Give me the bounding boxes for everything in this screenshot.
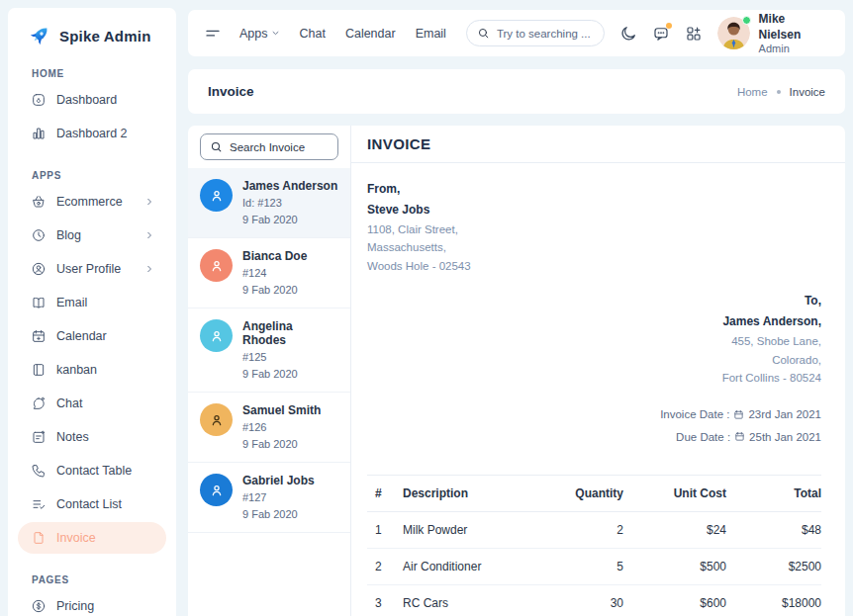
from-address-line: 1108, Clair Street, — [367, 220, 821, 238]
to-address-line: Fort Collins - 80524 — [367, 369, 821, 387]
from-address-line: Massachusetts, — [367, 238, 821, 256]
sidebar-item-chat[interactable]: Chat — [18, 388, 166, 419]
invoice-date: 9 Fab 2020 — [242, 282, 307, 299]
invoice-list-item[interactable]: Gabriel Jobs #127 9 Fab 2020 — [188, 463, 350, 533]
cell-number: 1 — [367, 512, 403, 549]
invoice-list-item[interactable]: Samuel Smith #126 9 Fab 2020 — [188, 393, 350, 463]
invoice-customer-name: Gabriel Jobs — [242, 474, 315, 487]
sidebar-item-invoice[interactable]: Invoice — [18, 522, 166, 554]
invoice-customer-name: Angelina Rhodes — [242, 319, 338, 347]
chevron-down-icon — [271, 29, 280, 38]
sidebar-item-contact-table[interactable]: Contact Table — [18, 455, 166, 486]
book-icon — [31, 295, 47, 310]
nav-link-label: Email — [416, 27, 446, 41]
app-window: Spike Admin HOME Dashboard Dashboard 2 A… — [0, 0, 853, 616]
invoice-list-item[interactable]: James Anderson Id: #123 9 Fab 2020 — [188, 168, 350, 238]
chevron-right-icon — [144, 197, 154, 207]
invoice-list-item[interactable]: Angelina Rhodes #125 9 Fab 2020 — [188, 308, 350, 393]
sidebar: Spike Admin HOME Dashboard Dashboard 2 A… — [8, 8, 176, 616]
sidebar-item-calendar[interactable]: Calendar — [18, 320, 166, 352]
sidebar-section-apps: APPS — [32, 170, 176, 181]
note-icon — [31, 429, 47, 445]
sidebar-item-label: Chat — [56, 396, 82, 410]
invoice-id: #126 — [242, 419, 321, 436]
messages-button[interactable] — [652, 25, 670, 43]
sidebar-item-user-profile[interactable]: User Profile — [18, 253, 166, 285]
to-address-line: 455, Shobe Lane, — [367, 332, 821, 350]
menu-icon[interactable] — [204, 25, 222, 43]
cell-total: $48 — [726, 512, 821, 549]
invoice-list-item[interactable]: Bianca Doe #124 9 Fab 2020 — [188, 238, 350, 308]
search-icon — [477, 27, 490, 40]
invoice-date-value: 23rd Jan 2021 — [748, 403, 821, 425]
sidebar-item-ecommerce[interactable]: Ecommerce — [18, 186, 166, 218]
sidebar-item-label: Email — [56, 296, 87, 309]
sidebar-item-pricing[interactable]: Pricing — [18, 590, 166, 616]
calendar-plus-icon — [31, 328, 47, 344]
invoice-date-label: Invoice Date : — [660, 403, 729, 425]
search-icon — [210, 140, 223, 153]
sidebar-item-kanban[interactable]: kanban — [18, 354, 166, 386]
sidebar-item-label: Dashboard — [56, 93, 117, 107]
sidebar-item-label: Calendar — [56, 329, 107, 343]
sidebar-item-label: Pricing — [56, 599, 94, 613]
cell-quantity: 2 — [513, 512, 623, 549]
avatar — [200, 249, 233, 282]
sidebar-item-blog[interactable]: Blog — [18, 220, 166, 251]
sidebar-item-contact-list[interactable]: Contact List — [18, 488, 166, 520]
invoice-customer-name: James Anderson — [242, 179, 337, 193]
invoice-date: 9 Fab 2020 — [242, 366, 338, 383]
sidebar-item-email[interactable]: Email — [18, 287, 166, 318]
nav-link-apps[interactable]: Apps — [239, 27, 280, 41]
apps-grid-button[interactable] — [685, 25, 703, 43]
cell-quantity: 30 — [513, 585, 623, 616]
nav-link-label: Chat — [300, 27, 326, 41]
user-menu[interactable]: Mike Nielsen Admin — [717, 12, 829, 54]
cell-number: 3 — [367, 585, 403, 616]
invoice-date: 9 Fab 2020 — [242, 436, 321, 453]
to-label: To, — [367, 291, 821, 311]
table-row: 3 RC Cars 30 $600 $18000 — [367, 585, 821, 616]
invoice-list: James Anderson Id: #123 9 Fab 2020 Bianc… — [188, 126, 351, 616]
user-circle-icon — [31, 261, 47, 277]
user-icon — [209, 258, 225, 274]
breadcrumb-separator-dot — [777, 90, 781, 94]
brand-logo[interactable]: Spike Admin — [8, 8, 176, 47]
sidebar-item-dashboard-2[interactable]: Dashboard 2 — [18, 118, 166, 149]
cell-total: $2500 — [726, 549, 821, 585]
from-label: From, — [367, 179, 821, 200]
cell-unit-cost: $24 — [623, 512, 726, 549]
nav-link-calendar[interactable]: Calendar — [345, 27, 396, 41]
user-icon — [209, 328, 225, 344]
sidebar-item-label: Notes — [56, 430, 89, 444]
cell-number: 2 — [367, 549, 403, 585]
top-header: Apps Chat Calendar Email — [188, 10, 845, 56]
cell-total: $18000 — [726, 585, 821, 616]
to-name: James Anderson, — [367, 311, 821, 332]
invoice-id: Id: #123 — [242, 195, 337, 212]
notification-dot — [666, 23, 672, 29]
phone-icon — [31, 463, 47, 479]
avatar — [200, 403, 233, 436]
sidebar-item-notes[interactable]: Notes — [18, 421, 166, 453]
invoice-customer-name: Bianca Doe — [242, 249, 307, 263]
sidebar-item-label: Blog — [56, 228, 81, 242]
user-role: Admin — [759, 43, 829, 54]
page-title: Invoice — [208, 84, 254, 99]
invoice-customer-name: Samuel Smith — [242, 403, 321, 417]
nav-link-label: Calendar — [345, 27, 396, 41]
search-input[interactable] — [497, 28, 594, 40]
invoice-from: From, Steve Jobs 1108, Clair Street, Mas… — [367, 179, 821, 275]
invoice-search-input[interactable] — [230, 141, 329, 153]
nav-link-email[interactable]: Email — [416, 27, 446, 41]
cell-description: Air Conditioner — [403, 549, 513, 585]
breadcrumb-home-link[interactable]: Home — [737, 86, 768, 98]
sidebar-item-label: Contact Table — [56, 464, 132, 478]
sidebar-section-pages: PAGES — [32, 574, 176, 585]
cell-quantity: 5 — [513, 549, 623, 585]
sidebar-item-dashboard[interactable]: Dashboard — [18, 84, 166, 116]
nav-link-chat[interactable]: Chat — [300, 27, 326, 41]
invoice-to: To, James Anderson, 455, Shobe Lane, Col… — [367, 291, 821, 387]
col-header-unit-cost: Unit Cost — [623, 476, 726, 512]
dark-mode-button[interactable] — [619, 25, 637, 43]
